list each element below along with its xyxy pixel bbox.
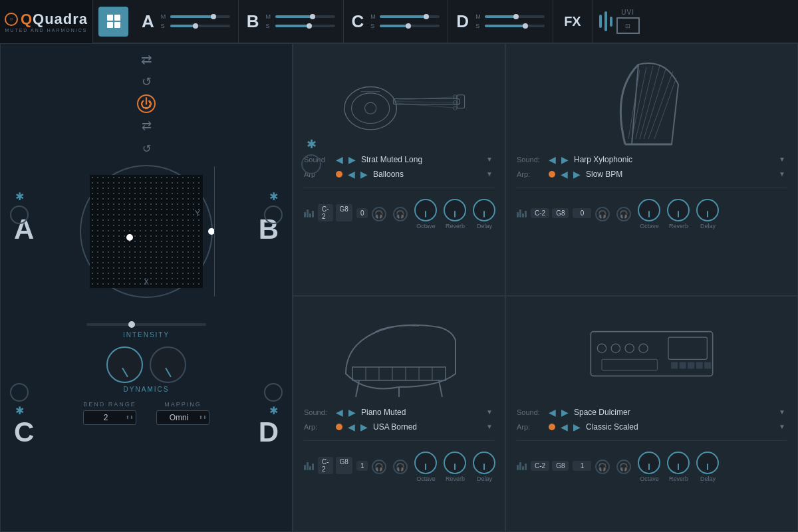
knob-right-bottom[interactable] — [264, 383, 283, 402]
channel-b-m-row[interactable]: M — [266, 13, 335, 20]
panel-c-sound-next[interactable]: ▶ — [348, 407, 356, 418]
asterisk-left-top[interactable]: ✱ — [15, 190, 24, 203]
panel-a-arp-prev[interactable]: ◀ — [348, 169, 355, 180]
panel-c-headphone-1[interactable]: 🎧 — [372, 460, 386, 474]
dynamics-knob-2[interactable] — [150, 346, 186, 383]
panel-d-arp-next[interactable]: ▶ — [573, 422, 581, 432]
panel-d-arp-prev[interactable]: ◀ — [561, 422, 568, 432]
panel-d-arp-dot[interactable] — [549, 424, 555, 430]
panel-d-arp-dropdown[interactable]: ▼ — [779, 423, 787, 431]
channel-a-m-row[interactable]: M — [161, 13, 230, 20]
xy-pad-inner[interactable]: Y X — [90, 175, 203, 288]
bend-range-select[interactable]: 2 4 6 12 — [83, 410, 136, 425]
panel-b-knobs: 🎧 🎧 Octave Reverb Delay — [595, 199, 719, 229]
mapping-select-wrap: Omni A B C D — [156, 410, 209, 425]
panel-a-arp-dropdown[interactable]: ▼ — [486, 170, 494, 178]
panel-a-knob-left[interactable] — [301, 154, 321, 174]
svg-line-13 — [394, 102, 458, 102]
channel-a-s-track[interactable] — [170, 25, 230, 27]
panel-c-sound-prev[interactable]: ◀ — [336, 407, 343, 418]
panel-c-arp-dot[interactable] — [336, 424, 342, 430]
panel-d-headphone-2[interactable]: 🎧 — [616, 460, 631, 474]
panel-b-octave-knob[interactable] — [638, 199, 660, 221]
panel-c-octave-knob[interactable] — [414, 452, 437, 474]
panel-c-octave-wrap: Octave — [414, 452, 437, 482]
panel-a-asterisk-top[interactable]: ✱ — [307, 137, 317, 152]
bottom-controls: BEND RANGE 2 4 6 12 MAPPING Omni A — [83, 401, 209, 425]
panel-a-headphone-2[interactable]: 🎧 — [393, 207, 408, 221]
channel-b-m-track[interactable] — [275, 15, 335, 18]
channel-a-m-track[interactable] — [170, 15, 230, 18]
panel-d-octave-knob[interactable] — [638, 452, 660, 474]
panel-a-headphone-1[interactable]: 🎧 — [372, 207, 386, 221]
panel-b-reverb-knob[interactable] — [667, 199, 690, 221]
panel-c-delay-knob[interactable] — [473, 452, 495, 474]
panel-b-headphone-2[interactable]: 🎧 — [616, 207, 631, 221]
shuffle-button-top[interactable]: ⇄ — [136, 49, 156, 69]
asterisk-right-bottom[interactable]: ✱ — [269, 404, 278, 417]
svg-rect-40 — [602, 359, 657, 370]
svg-point-6 — [365, 102, 376, 114]
panel-a-reverb-label: Reverb — [446, 223, 465, 229]
intensity-slider[interactable] — [86, 323, 206, 326]
channel-c-m-track[interactable] — [380, 15, 440, 18]
channel-a-s-row[interactable]: S — [161, 23, 230, 29]
panel-b-arp-prev[interactable]: ◀ — [561, 169, 568, 180]
panel-a-arp-dot[interactable] — [336, 171, 342, 178]
panel-a-octave-knob[interactable] — [414, 199, 437, 221]
mapping-select[interactable]: Omni A B C D — [156, 410, 209, 425]
panel-a-reverb-knob[interactable] — [444, 199, 466, 221]
logo: ○ QQuadra MUTED AND HARMONICS — [0, 0, 93, 43]
panel-d-headphone-1[interactable]: 🎧 — [595, 460, 610, 474]
knob-left-top[interactable] — [10, 205, 29, 224]
panel-c-arp-dropdown[interactable]: ▼ — [486, 423, 494, 431]
panel-a-arp-next[interactable]: ▶ — [360, 169, 368, 180]
knob-right-top[interactable] — [264, 205, 283, 224]
asterisk-right-top[interactable]: ✱ — [269, 190, 278, 203]
grid-view-button[interactable] — [98, 7, 128, 37]
fx-button[interactable]: FX — [553, 0, 593, 43]
channel-c-s-track[interactable] — [380, 25, 440, 27]
channel-d-s-track[interactable] — [485, 25, 545, 27]
channel-c-s-row[interactable]: S — [370, 23, 440, 29]
channel-b-s-row[interactable]: S — [266, 23, 335, 29]
panel-b-arp-next[interactable]: ▶ — [573, 169, 581, 180]
panel-b-sound-prev[interactable]: ◀ — [549, 154, 556, 165]
power-button[interactable]: ⏻ — [137, 94, 156, 113]
shuffle-button-bottom[interactable]: ⇄ — [136, 116, 156, 136]
channel-d-m-track[interactable] — [485, 15, 545, 18]
panel-b-sound-next[interactable]: ▶ — [561, 154, 569, 165]
panel-b-arp-dropdown[interactable]: ▼ — [779, 170, 787, 178]
xy-pad-container[interactable]: Y X — [80, 165, 213, 298]
panel-c-reverb-knob[interactable] — [444, 452, 466, 474]
panel-c-arp-prev[interactable]: ◀ — [348, 422, 355, 432]
panel-b-headphone-1[interactable]: 🎧 — [595, 207, 610, 221]
panel-c-arp-next[interactable]: ▶ — [360, 422, 368, 432]
knob-left-bottom[interactable] — [10, 383, 29, 402]
panel-b-octave-val: 0 — [573, 208, 591, 218]
channel-c-m-row[interactable]: M — [370, 13, 440, 20]
undo-button-2[interactable]: ↺ — [136, 138, 156, 158]
panel-d-sound-dropdown[interactable]: ▼ — [779, 408, 787, 416]
panel-b-arp-dot[interactable] — [549, 171, 555, 178]
svg-rect-3 — [114, 22, 120, 28]
panel-a-sound-next[interactable]: ▶ — [348, 154, 356, 165]
panel-c-headphone-2[interactable]: 🎧 — [393, 460, 408, 474]
undo-button[interactable]: ↺ — [136, 72, 156, 92]
panel-d-delay-knob[interactable] — [696, 452, 719, 474]
panel-c-sound-dropdown[interactable]: ▼ — [486, 408, 494, 416]
panel-a-sound-prev[interactable]: ◀ — [336, 154, 343, 165]
panel-d-sound-next[interactable]: ▶ — [561, 407, 569, 418]
panel-d-sound-prev[interactable]: ◀ — [549, 407, 556, 418]
panel-b-sound-dropdown[interactable]: ▼ — [779, 156, 787, 164]
panel-a-sound-dropdown[interactable]: ▼ — [486, 156, 494, 164]
panel-a-delay-knob[interactable] — [473, 199, 495, 221]
panel-d-reverb-knob[interactable] — [667, 452, 690, 474]
svg-rect-1 — [114, 15, 120, 21]
channel-d-s-row[interactable]: S — [475, 23, 545, 29]
channel-b-s-track[interactable] — [275, 25, 335, 27]
asterisk-left-bottom[interactable]: ✱ — [15, 404, 24, 417]
channel-d-m-row[interactable]: M — [475, 13, 545, 20]
dynamics-knob-1[interactable] — [106, 346, 143, 383]
panel-b-delay-knob[interactable] — [696, 199, 719, 221]
